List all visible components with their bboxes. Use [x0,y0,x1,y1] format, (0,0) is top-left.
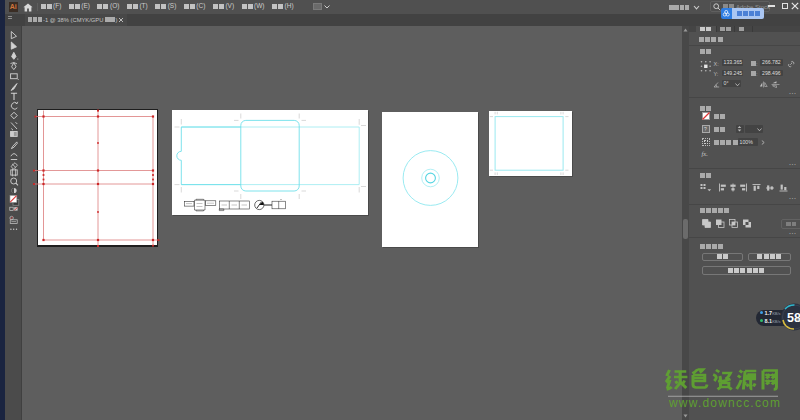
svg-text:www.downcc.com: www.downcc.com [668,396,781,410]
svg-text:%: % [796,317,800,323]
